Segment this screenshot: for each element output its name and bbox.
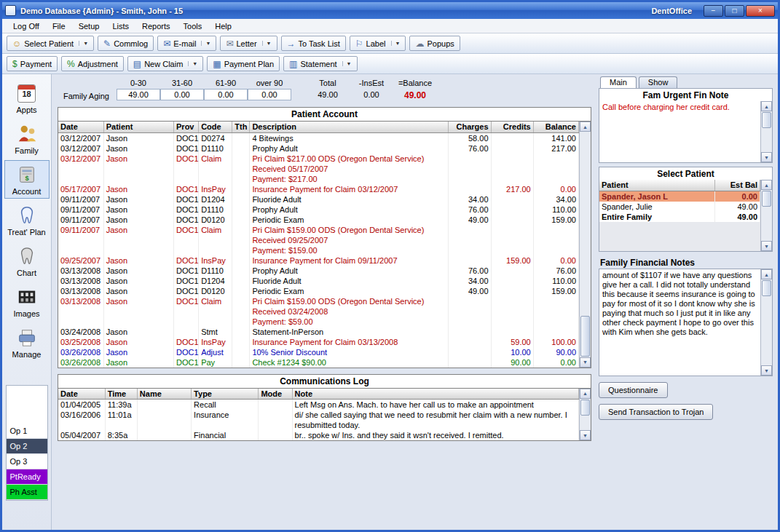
scroll-down-icon[interactable]: ▼	[580, 357, 591, 368]
scroll-up-icon[interactable]: ▲	[580, 122, 591, 132]
chevron-down-icon[interactable]: ▼	[201, 41, 210, 46]
table-row[interactable]: 05/17/2007 Jason DOC1 InsPay Insurance P…	[58, 184, 579, 194]
menu-item[interactable]: File	[46, 20, 72, 32]
col-code[interactable]: Code	[199, 122, 232, 132]
label-button[interactable]: ⚐ Label ▼	[350, 36, 406, 51]
tab-main[interactable]: Main	[600, 76, 637, 88]
new-claim-button[interactable]: ▤ New Claim ▼	[127, 56, 203, 71]
table-row[interactable]: 05/04/2007 8:35a Financial br.. spoke w/…	[58, 430, 579, 440]
col-charges[interactable]: Charges	[449, 122, 491, 132]
table-row[interactable]: 09/11/2007 Jason DOC1 D1110 Prophy Adult…	[58, 205, 579, 215]
col-mode[interactable]: Mode	[259, 389, 292, 400]
table-row[interactable]: 09/11/2007 Jason DOC1 D1204 Fluoride Adu…	[58, 194, 579, 205]
col-balance[interactable]: Balance	[533, 122, 578, 132]
send-transaction-to-trojan-button[interactable]: Send Transaction to Trojan	[599, 404, 713, 420]
to-task-list-button[interactable]: → To Task List	[281, 36, 346, 51]
col-time[interactable]: Time	[105, 389, 137, 400]
scroll-thumb[interactable]	[580, 316, 590, 357]
table-row[interactable]: 03/26/2008 Jason DOC1 Pay Check #1234 $9…	[58, 357, 579, 368]
operatory-item[interactable]: Ph Asst	[7, 485, 47, 500]
col-tth[interactable]: Tth	[232, 122, 250, 132]
menu-item[interactable]: Log Off	[7, 20, 46, 32]
scroll-thumb[interactable]	[762, 112, 771, 128]
sidebar-item-family[interactable]: Family	[4, 119, 50, 158]
col-patient[interactable]: Patient	[599, 180, 714, 191]
table-row[interactable]: 03/24/2008 Jason Stmt Statement-InPerson	[58, 327, 579, 337]
col-name[interactable]: Name	[137, 389, 191, 400]
chevron-down-icon[interactable]: ▼	[79, 41, 88, 46]
account-scrollbar[interactable]: ▲ ▼	[579, 122, 591, 368]
scroll-down-icon[interactable]: ▼	[761, 152, 772, 162]
sidebar-item-account[interactable]: $ Account	[4, 160, 50, 199]
scroll-thumb[interactable]	[580, 400, 590, 416]
menu-item[interactable]: Reports	[135, 20, 177, 32]
table-row[interactable]: 09/11/2007 Jason DOC1 Claim Pri Claim $1…	[58, 225, 579, 255]
minimize-button[interactable]: −	[704, 5, 723, 17]
select-patient-button[interactable]: ☺ Select Patient ▼	[7, 36, 94, 51]
scroll-down-icon[interactable]: ▼	[761, 365, 772, 376]
table-row[interactable]: 09/25/2007 Jason DOC1 InsPay Insurance P…	[58, 255, 579, 266]
sidebar-item-appts[interactable]: 18 Appts	[4, 79, 50, 117]
tab-show[interactable]: Show	[639, 76, 678, 88]
table-row[interactable]: 03/13/2008 Jason DOC1 D1110 Prophy Adult…	[58, 266, 579, 276]
statement-button[interactable]: ▥ Statement ▼	[283, 56, 357, 71]
chevron-down-icon[interactable]: ▼	[391, 41, 401, 46]
commlog-scrollbar[interactable]: ▲ ▼	[579, 389, 591, 441]
fam-urgent-fin-note-text[interactable]: Call before charging her credit card.	[599, 101, 760, 162]
adjustment-button[interactable]: % Adjustment	[61, 56, 124, 71]
family-financial-notes-text[interactable]: amount of $1107 if we have any questions…	[599, 269, 760, 376]
patient-row[interactable]: Spander, Jason L 0.00	[599, 191, 760, 202]
col-prov[interactable]: Prov	[174, 122, 199, 132]
popups-button[interactable]: ☁ Popups	[409, 36, 460, 51]
operatory-item[interactable]: PtReady	[7, 469, 47, 485]
table-row[interactable]: 03/13/2008 Jason DOC1 D0120 Periodic Exa…	[58, 286, 579, 296]
table-row[interactable]: 03/12/2007 Jason DOC1 D0274 4 Bitewings …	[58, 132, 579, 143]
chevron-down-icon[interactable]: ▼	[342, 61, 352, 66]
fin-notes-scrollbar[interactable]: ▲ ▼	[760, 269, 772, 376]
chevron-down-icon[interactable]: ▼	[188, 61, 197, 66]
menu-item[interactable]: Setup	[72, 20, 106, 32]
scroll-down-icon[interactable]: ▼	[761, 241, 772, 251]
table-row[interactable]: 09/11/2007 Jason DOC1 D0120 Periodic Exa…	[58, 215, 579, 225]
payment-plan-button[interactable]: ▦ Payment Plan	[207, 56, 280, 71]
menu-item[interactable]: Help	[208, 20, 238, 32]
letter-button[interactable]: ✉ Letter ▼	[220, 36, 277, 51]
email-button[interactable]: ✉ E-mail ▼	[157, 36, 216, 51]
scroll-thumb[interactable]	[762, 280, 771, 296]
table-row[interactable]: 01/04/2005 11:39a Recall Left Msg on Ans…	[58, 400, 579, 410]
table-row[interactable]: 03/12/2007 Jason DOC1 D1110 Prophy Adult…	[58, 143, 579, 154]
col-type[interactable]: Type	[192, 389, 259, 400]
payment-button[interactable]: $ Payment	[7, 56, 58, 71]
operatory-item[interactable]: Op 2	[7, 439, 47, 454]
menu-item[interactable]: Tools	[177, 20, 209, 32]
sidebar-item-manage[interactable]: Manage	[4, 323, 50, 362]
patient-row[interactable]: Entire Family 49.00	[599, 212, 760, 222]
scroll-up-icon[interactable]: ▲	[761, 180, 772, 190]
table-row[interactable]: 03/16/2006 11:01a Insurance di/ she call…	[58, 410, 579, 430]
col-est-bal[interactable]: Est Bal	[714, 180, 760, 191]
table-row[interactable]: 03/26/2008 Jason DOC1 Adjust 10% Senior …	[58, 347, 579, 357]
scroll-up-icon[interactable]: ▲	[580, 389, 591, 399]
menu-item[interactable]: Lists	[106, 20, 135, 32]
table-row[interactable]: 03/25/2008 Jason DOC1 InsPay Insurance P…	[58, 337, 579, 347]
col-patient[interactable]: Patient	[103, 122, 173, 132]
patient-row[interactable]: Spander, Julie 49.00	[599, 202, 760, 212]
scroll-thumb[interactable]	[762, 191, 771, 207]
maximize-button[interactable]: □	[725, 5, 744, 17]
col-note[interactable]: Note	[292, 389, 578, 400]
scroll-up-icon[interactable]: ▲	[761, 101, 772, 111]
questionnaire-button[interactable]: Questionnaire	[599, 382, 668, 398]
col-description[interactable]: Description	[250, 122, 449, 132]
table-row[interactable]: 03/12/2007 Jason DOC1 Claim Pri Claim $2…	[58, 154, 579, 184]
select-patient-scrollbar[interactable]: ▲ ▼	[760, 180, 772, 251]
chevron-down-icon[interactable]: ▼	[262, 41, 272, 46]
sidebar-item-images[interactable]: Images	[4, 282, 50, 321]
commlog-button[interactable]: ✎ Commlog	[98, 36, 154, 51]
scroll-down-icon[interactable]: ▼	[580, 430, 591, 440]
table-row[interactable]: 03/13/2008 Jason DOC1 Claim Pri Claim $1…	[58, 296, 579, 327]
sidebar-item-chart[interactable]: Chart	[4, 242, 50, 280]
close-button[interactable]: ×	[746, 5, 775, 17]
operatory-item[interactable]: Op 1	[7, 424, 47, 439]
col-credits[interactable]: Credits	[491, 122, 533, 132]
sidebar-item-treat-plan[interactable]: Treat' Plan	[4, 201, 50, 239]
